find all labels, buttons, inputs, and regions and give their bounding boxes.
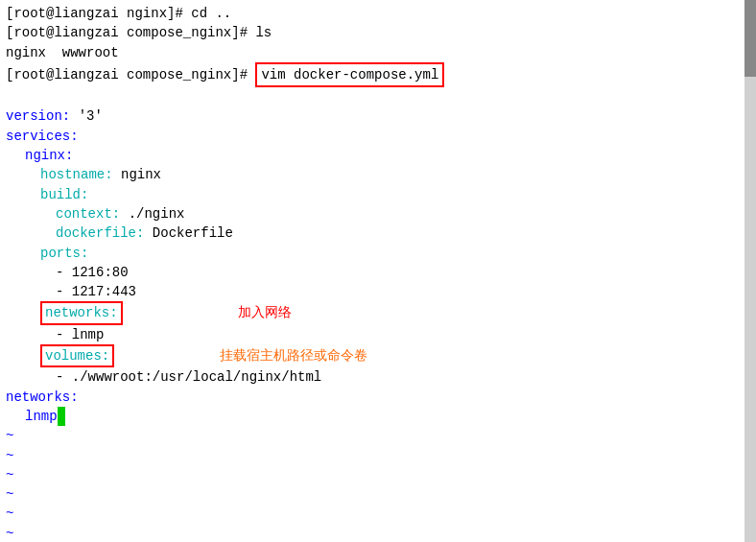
terminal-line: ports: [6,244,750,263]
prompt: [root@liangzai compose_nginx]# [6,65,255,84]
annotation-mount: 挂载宿主机路径或命令卷 [220,346,367,365]
tilde: ~ [6,465,13,484]
yaml-list-item: - ./wwwroot:/usr/local/nginx/html [56,367,321,387]
yaml-key: networks: [6,388,79,407]
terminal-line: - 1216:80 [6,263,750,282]
tilde: ~ [6,484,13,504]
yaml-value: lnmp [25,407,58,426]
tilde: ~ [6,524,13,542]
scrollbar-thumb[interactable] [744,0,756,77]
terminal-line: - 1217:443 [6,282,750,301]
yaml-key: services: [6,127,79,146]
tilde: ~ [6,426,13,445]
yaml-key: hostname: [40,165,121,184]
terminal-line: services: [6,127,750,146]
yaml-value: nginx [121,165,161,184]
networks-box: networks: [40,301,123,324]
terminal-line: [root@liangzai nginx]# cd .. [6,4,750,23]
terminal-line: nginx: [6,146,750,165]
volumes-box: volumes: [40,344,114,367]
yaml-list-item: - lnmp [56,325,104,344]
terminal-line: volumes:挂载宿主机路径或命令卷 [6,344,750,367]
yaml-value: ./nginx [129,204,185,224]
tilde-line: ~ [6,524,750,542]
yaml-key: build: [40,185,88,204]
yaml-key: dockerfile: [56,224,153,243]
tilde: ~ [6,504,13,523]
terminal-line: networks:加入网络 [6,301,750,324]
terminal-line: [root@liangzai compose_nginx]# vim docke… [6,62,750,87]
prompt: [root@liangzai nginx]# cd .. [6,4,231,23]
tilde-line: ~ [6,504,750,523]
tilde-line: ~ [6,465,750,484]
terminal-line: - ./wwwroot:/usr/local/nginx/html [6,367,750,387]
terminal-line: context: ./nginx [6,204,750,224]
terminal-line: lnmp [6,407,750,426]
scrollbar[interactable] [744,0,756,542]
yaml-value: Dockerfile [153,224,233,243]
yaml-key: nginx: [25,146,73,165]
tilde-line: ~ [6,426,750,445]
terminal-line: version: '3' [6,106,750,126]
tilde-line: ~ [6,446,750,465]
terminal-line: - lnmp [6,325,750,344]
cursor [58,407,65,426]
yaml-key: ports: [40,244,88,263]
yaml-value: '3' [79,106,103,126]
tilde-line: ~ [6,484,750,504]
terminal-line [6,87,750,106]
yaml-list-item: - 1217:443 [56,282,136,301]
terminal-line: dockerfile: Dockerfile [6,224,750,243]
terminal-line: [root@liangzai compose_nginx]# ls [6,23,750,42]
terminal-line: build: [6,185,750,204]
prompt: [root@liangzai compose_nginx]# ls [6,23,272,42]
yaml-key: version: [6,106,79,126]
ls-output: nginx wwwroot [6,43,119,62]
terminal-line: nginx wwwroot [6,43,750,62]
yaml-key: context: [56,204,129,224]
terminal-line: hostname: nginx [6,165,750,184]
annotation-join-network: 加入网络 [238,303,292,322]
terminal: [root@liangzai nginx]# cd .. [root@liang… [0,0,756,542]
terminal-line: networks: [6,388,750,407]
vim-command-box: vim docker-compose.yml [255,62,444,87]
yaml-list-item: - 1216:80 [56,263,129,282]
tilde: ~ [6,446,13,465]
